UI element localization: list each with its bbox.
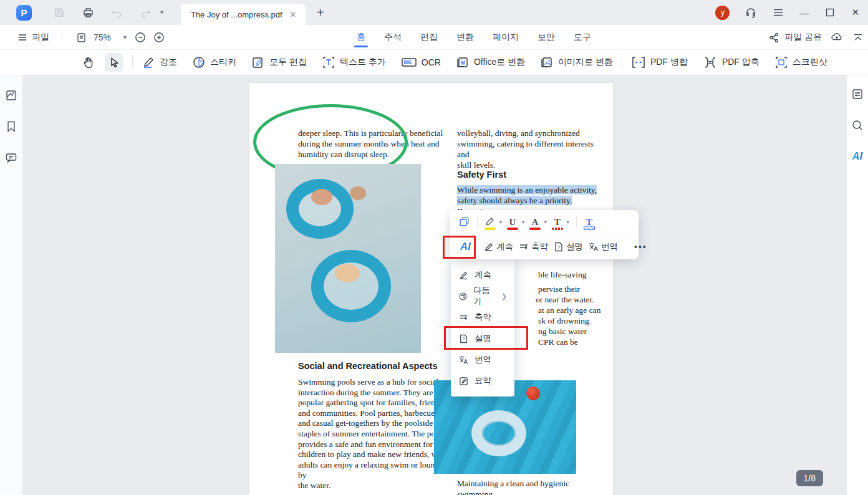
select-tool-button[interactable] (105, 53, 123, 72)
support-headset-icon[interactable] (745, 6, 757, 19)
collapse-ribbon-icon[interactable] (852, 31, 864, 44)
continue-icon (458, 270, 469, 281)
ocr-label: OCR (422, 57, 441, 67)
menu-item-polish[interactable]: 다듬기 ❯ (451, 286, 514, 307)
edit-all-button[interactable]: 모두 편집 (251, 55, 307, 69)
edit-all-label: 모두 편집 (269, 57, 307, 68)
ai-continue-icon[interactable] (483, 239, 494, 255)
ai-continue-label[interactable]: 계속 (496, 241, 513, 252)
menu-item-continue[interactable]: 계속 (451, 264, 514, 286)
maximize-icon[interactable] (824, 6, 836, 19)
new-tab-icon[interactable]: + (317, 6, 324, 20)
copy-icon[interactable] (456, 214, 473, 230)
pdf-compress-button[interactable]: PDF 압축 (703, 55, 760, 69)
zoom-in-icon[interactable] (153, 31, 165, 44)
save-icon[interactable] (53, 6, 65, 19)
convert-to-image-button[interactable]: 이미지로 변환 (540, 55, 613, 69)
chevron-down-icon[interactable]: ▼ (566, 219, 571, 225)
main-menu-icon[interactable] (772, 6, 784, 19)
document-tab-title: The Joy of ...ompress.pdf (191, 10, 282, 19)
undo-icon[interactable] (110, 6, 123, 19)
file-share-button[interactable]: 파일 공유 (769, 32, 822, 43)
tab-home[interactable]: 홈 (357, 25, 365, 50)
tab-convert[interactable]: 변환 (456, 25, 474, 50)
file-menu-label: 파일 (32, 32, 49, 43)
sticker-button[interactable]: 스티커 (192, 55, 236, 69)
add-text-icon (322, 55, 335, 69)
hand-tool-button[interactable] (79, 53, 97, 72)
ai-translate-icon[interactable] (588, 239, 599, 255)
menu-item-translate[interactable]: 번역 (451, 349, 514, 370)
print-icon[interactable] (82, 6, 94, 19)
pdf-compress-icon (703, 55, 718, 69)
pdf-merge-button[interactable]: PDF 병합 (631, 55, 688, 69)
sticker-icon (192, 55, 206, 69)
zoom-level-value[interactable]: 75% (94, 32, 111, 42)
ai-assistant-icon[interactable]: AI (852, 150, 863, 163)
chevron-down-icon[interactable]: ▼ (521, 219, 526, 225)
menu-bar: 파일 75% ▼ 홈 주석 편집 변환 페이지 보안 도구 (0, 25, 868, 50)
strikethrough-icon[interactable]: A (527, 214, 543, 230)
person (335, 264, 360, 282)
text-selection: While swimming is an enjoyable activity, (457, 185, 597, 195)
divider (132, 55, 133, 70)
red-highlight-box-ai-button (443, 236, 476, 259)
properties-panel-icon[interactable] (851, 88, 864, 103)
document-tab[interactable]: The Joy of ...ompress.pdf ✕ (181, 4, 306, 25)
highlight-button[interactable]: 강조 (142, 55, 177, 69)
close-window-icon[interactable]: ✕ (851, 7, 859, 18)
inflatable-ring (471, 410, 526, 456)
convert-to-office-button[interactable]: Office로 변환 (456, 55, 525, 69)
thumbnail-panel-icon[interactable] (5, 89, 17, 104)
ai-abbreviate-icon[interactable] (518, 239, 529, 255)
right-sidebar: AI (847, 75, 868, 495)
section-heading: Social and Recreational Aspects (298, 361, 438, 371)
tab-comment[interactable]: 주석 (384, 25, 402, 50)
menu-item-abbreviate[interactable]: 축약 (451, 307, 514, 328)
minimize-icon[interactable]: — (799, 7, 809, 18)
history-dropdown-icon[interactable]: ▼ (159, 9, 165, 16)
bookmark-panel-icon[interactable] (6, 120, 17, 135)
tab-page[interactable]: 페이지 (493, 25, 519, 50)
highlighter-icon (142, 55, 155, 69)
ai-explain-label[interactable]: 설명 (566, 241, 583, 252)
area-highlight-icon[interactable]: T (581, 214, 597, 230)
menu-item-summarize[interactable]: 요약 (451, 370, 514, 392)
ribbon-tabs: 홈 주석 편집 변환 페이지 보안 도구 (357, 25, 591, 50)
divider (622, 55, 622, 70)
close-tab-icon[interactable]: ✕ (290, 10, 297, 19)
underline-icon[interactable]: U (504, 214, 521, 230)
highlight-label: 강조 (160, 57, 177, 68)
highlight-text-icon[interactable] (482, 214, 498, 230)
tab-tools[interactable]: 도구 (574, 25, 591, 50)
ai-abbreviate-label[interactable]: 축약 (531, 241, 548, 252)
comment-panel-icon[interactable] (5, 151, 17, 166)
document-area: deeper sleep. This is particularly benef… (22, 75, 847, 495)
tab-edit[interactable]: 편집 (420, 25, 438, 50)
paragraph: volleyball, diving, and synchronized swi… (457, 128, 607, 170)
file-menu-button[interactable]: 파일 (17, 32, 49, 43)
screenshot-button[interactable]: 스크린샷 (774, 55, 827, 69)
tab-security[interactable]: 보안 (538, 25, 555, 50)
search-icon[interactable] (851, 119, 864, 134)
user-avatar[interactable]: y (715, 6, 730, 20)
ocr-button[interactable]: OCR OCR (401, 55, 441, 69)
add-text-button[interactable]: 텍스트 추가 (322, 55, 386, 69)
zoom-dropdown-icon[interactable]: ▼ (122, 34, 128, 41)
more-options-icon[interactable]: ••• (634, 242, 647, 252)
ai-explain-icon[interactable]: ? (553, 239, 564, 255)
pool-photo[interactable] (275, 164, 421, 353)
ai-translate-label[interactable]: 번역 (601, 241, 618, 252)
chevron-down-icon[interactable]: ▼ (543, 219, 548, 225)
chevron-down-icon[interactable]: ▼ (498, 219, 503, 225)
squiggly-underline-icon[interactable]: T (549, 214, 566, 230)
pdf-editor-window: P ▼ The Joy of ...ompress.pdf ✕ + y (0, 0, 868, 495)
redo-icon[interactable] (139, 6, 152, 19)
app-logo-icon[interactable]: P (16, 5, 32, 21)
cloud-upload-icon[interactable] (831, 31, 843, 44)
ocr-icon: OCR (401, 55, 417, 69)
pdf-page[interactable]: deeper sleep. This is particularly benef… (249, 83, 613, 495)
red-ball (526, 387, 540, 400)
zoom-out-icon[interactable] (134, 31, 147, 44)
page-view-icon[interactable] (75, 31, 87, 44)
